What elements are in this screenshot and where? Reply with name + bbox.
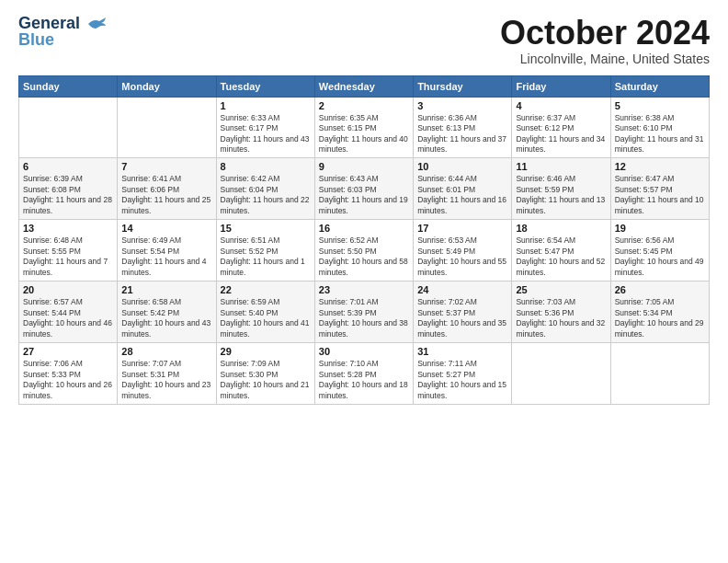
calendar-cell: 2Sunrise: 6:35 AM Sunset: 6:15 PM Daylig…: [314, 97, 413, 158]
day-number: 25: [516, 284, 606, 295]
day-number: 8: [221, 161, 311, 172]
day-number: 9: [319, 161, 409, 172]
calendar-header: SundayMondayTuesdayWednesdayThursdayFrid…: [19, 75, 710, 97]
day-number: 3: [417, 100, 507, 111]
logo-blue: Blue: [18, 31, 54, 50]
day-number: 5: [615, 100, 705, 111]
day-info: Sunrise: 6:52 AM Sunset: 5:50 PM Dayligh…: [319, 236, 409, 278]
calendar-cell: 24Sunrise: 7:02 AM Sunset: 5:37 PM Dayli…: [414, 282, 512, 343]
day-info: Sunrise: 6:54 AM Sunset: 5:47 PM Dayligh…: [516, 236, 606, 278]
day-info: Sunrise: 6:39 AM Sunset: 6:08 PM Dayligh…: [23, 174, 113, 216]
day-number: 17: [417, 223, 507, 234]
day-info: Sunrise: 6:36 AM Sunset: 6:13 PM Dayligh…: [417, 113, 507, 155]
day-number: 30: [319, 346, 409, 357]
day-number: 24: [417, 284, 507, 295]
day-info: Sunrise: 6:57 AM Sunset: 5:44 PM Dayligh…: [23, 297, 113, 339]
day-number: 19: [615, 223, 705, 234]
day-info: Sunrise: 7:10 AM Sunset: 5:28 PM Dayligh…: [319, 359, 409, 401]
day-number: 12: [615, 161, 705, 172]
calendar-cell: 1Sunrise: 6:33 AM Sunset: 6:17 PM Daylig…: [216, 97, 314, 158]
day-number: 4: [516, 100, 606, 111]
day-info: Sunrise: 7:06 AM Sunset: 5:33 PM Dayligh…: [23, 359, 113, 401]
week-row-1: 1Sunrise: 6:33 AM Sunset: 6:17 PM Daylig…: [19, 97, 710, 158]
calendar-cell: 20Sunrise: 6:57 AM Sunset: 5:44 PM Dayli…: [19, 282, 118, 343]
calendar-cell: 30Sunrise: 7:10 AM Sunset: 5:28 PM Dayli…: [314, 343, 413, 405]
week-row-2: 6Sunrise: 6:39 AM Sunset: 6:08 PM Daylig…: [19, 158, 710, 220]
day-number: 14: [121, 223, 211, 234]
day-number: 18: [516, 223, 606, 234]
logo: General Blue: [18, 15, 107, 50]
day-info: Sunrise: 6:41 AM Sunset: 6:06 PM Dayligh…: [121, 174, 211, 216]
calendar-cell: 4Sunrise: 6:37 AM Sunset: 6:12 PM Daylig…: [512, 97, 610, 158]
calendar-cell: 29Sunrise: 7:09 AM Sunset: 5:30 PM Dayli…: [216, 343, 314, 405]
weekday-header-thursday: Thursday: [414, 75, 512, 97]
day-number: 28: [121, 346, 211, 357]
day-number: 31: [417, 346, 507, 357]
calendar-cell: 8Sunrise: 6:42 AM Sunset: 6:04 PM Daylig…: [216, 158, 314, 220]
day-info: Sunrise: 6:48 AM Sunset: 5:55 PM Dayligh…: [23, 236, 113, 278]
calendar-cell: [610, 343, 709, 405]
calendar-body: 1Sunrise: 6:33 AM Sunset: 6:17 PM Daylig…: [19, 97, 710, 404]
calendar-cell: 5Sunrise: 6:38 AM Sunset: 6:10 PM Daylig…: [610, 97, 709, 158]
weekday-row: SundayMondayTuesdayWednesdayThursdayFrid…: [19, 75, 710, 97]
day-info: Sunrise: 6:56 AM Sunset: 5:45 PM Dayligh…: [615, 236, 705, 278]
calendar-cell: [118, 97, 216, 158]
day-info: Sunrise: 7:09 AM Sunset: 5:30 PM Dayligh…: [221, 359, 311, 401]
day-number: 15: [221, 223, 311, 234]
day-number: 6: [23, 161, 113, 172]
location: Lincolnville, Maine, United States: [500, 52, 710, 66]
day-number: 2: [319, 100, 409, 111]
day-info: Sunrise: 6:37 AM Sunset: 6:12 PM Dayligh…: [516, 113, 606, 155]
day-info: Sunrise: 6:44 AM Sunset: 6:01 PM Dayligh…: [417, 174, 507, 216]
calendar-cell: 26Sunrise: 7:05 AM Sunset: 5:34 PM Dayli…: [610, 282, 709, 343]
day-number: 13: [23, 223, 113, 234]
day-info: Sunrise: 7:03 AM Sunset: 5:36 PM Dayligh…: [516, 297, 606, 339]
title-block: October 2024 Lincolnville, Maine, United…: [500, 15, 710, 66]
weekday-header-friday: Friday: [512, 75, 610, 97]
calendar-cell: 22Sunrise: 6:59 AM Sunset: 5:40 PM Dayli…: [216, 282, 314, 343]
calendar-cell: [19, 97, 118, 158]
day-info: Sunrise: 7:01 AM Sunset: 5:39 PM Dayligh…: [319, 297, 409, 339]
calendar-cell: 18Sunrise: 6:54 AM Sunset: 5:47 PM Dayli…: [512, 220, 610, 282]
month-title: October 2024: [500, 15, 710, 52]
calendar-cell: [512, 343, 610, 405]
day-info: Sunrise: 7:02 AM Sunset: 5:37 PM Dayligh…: [417, 297, 507, 339]
calendar-table: SundayMondayTuesdayWednesdayThursdayFrid…: [18, 75, 710, 405]
day-number: 7: [121, 161, 211, 172]
day-info: Sunrise: 6:38 AM Sunset: 6:10 PM Dayligh…: [615, 113, 705, 155]
weekday-header-wednesday: Wednesday: [314, 75, 413, 97]
calendar-cell: 16Sunrise: 6:52 AM Sunset: 5:50 PM Dayli…: [314, 220, 413, 282]
day-number: 26: [615, 284, 705, 295]
day-number: 16: [319, 223, 409, 234]
calendar-cell: 13Sunrise: 6:48 AM Sunset: 5:55 PM Dayli…: [19, 220, 118, 282]
day-info: Sunrise: 6:33 AM Sunset: 6:17 PM Dayligh…: [221, 113, 311, 155]
calendar-cell: 25Sunrise: 7:03 AM Sunset: 5:36 PM Dayli…: [512, 282, 610, 343]
day-info: Sunrise: 6:53 AM Sunset: 5:49 PM Dayligh…: [417, 236, 507, 278]
calendar-cell: 19Sunrise: 6:56 AM Sunset: 5:45 PM Dayli…: [610, 220, 709, 282]
day-info: Sunrise: 6:58 AM Sunset: 5:42 PM Dayligh…: [121, 297, 211, 339]
weekday-header-saturday: Saturday: [610, 75, 709, 97]
day-number: 10: [417, 161, 507, 172]
day-number: 27: [23, 346, 113, 357]
day-number: 23: [319, 284, 409, 295]
page: General Blue October 2024 Lincolnville, …: [0, 0, 728, 563]
week-row-5: 27Sunrise: 7:06 AM Sunset: 5:33 PM Dayli…: [19, 343, 710, 405]
weekday-header-tuesday: Tuesday: [216, 75, 314, 97]
week-row-4: 20Sunrise: 6:57 AM Sunset: 5:44 PM Dayli…: [19, 282, 710, 343]
day-number: 20: [23, 284, 113, 295]
calendar-cell: 11Sunrise: 6:46 AM Sunset: 5:59 PM Dayli…: [512, 158, 610, 220]
day-info: Sunrise: 7:07 AM Sunset: 5:31 PM Dayligh…: [121, 359, 211, 401]
day-number: 22: [221, 284, 311, 295]
weekday-header-sunday: Sunday: [19, 75, 118, 97]
calendar-cell: 6Sunrise: 6:39 AM Sunset: 6:08 PM Daylig…: [19, 158, 118, 220]
calendar-cell: 27Sunrise: 7:06 AM Sunset: 5:33 PM Dayli…: [19, 343, 118, 405]
day-info: Sunrise: 6:35 AM Sunset: 6:15 PM Dayligh…: [319, 113, 409, 155]
day-info: Sunrise: 6:47 AM Sunset: 5:57 PM Dayligh…: [615, 174, 705, 216]
calendar-cell: 3Sunrise: 6:36 AM Sunset: 6:13 PM Daylig…: [414, 97, 512, 158]
day-info: Sunrise: 6:43 AM Sunset: 6:03 PM Dayligh…: [319, 174, 409, 216]
calendar-cell: 7Sunrise: 6:41 AM Sunset: 6:06 PM Daylig…: [118, 158, 216, 220]
calendar-cell: 17Sunrise: 6:53 AM Sunset: 5:49 PM Dayli…: [414, 220, 512, 282]
calendar-cell: 12Sunrise: 6:47 AM Sunset: 5:57 PM Dayli…: [610, 158, 709, 220]
calendar-cell: 31Sunrise: 7:11 AM Sunset: 5:27 PM Dayli…: [414, 343, 512, 405]
calendar-cell: 21Sunrise: 6:58 AM Sunset: 5:42 PM Dayli…: [118, 282, 216, 343]
